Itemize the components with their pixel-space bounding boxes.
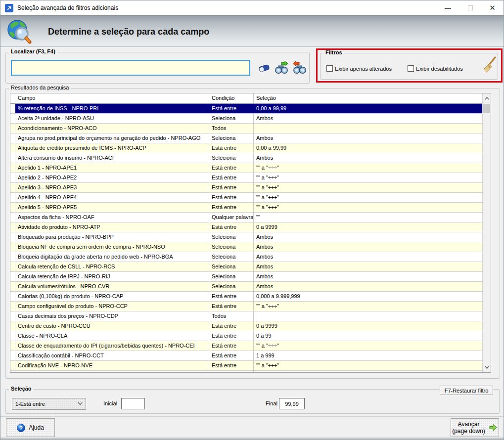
cell-campo: Apelido 3 - NPRO-APE3 [15,183,209,192]
cell-cond: Está entre [209,222,254,232]
resultados-label: Resultados da pesquisa [9,85,71,90]
cell-sel: Ambos [254,272,482,281]
column-header-condicao[interactable]: Condição [209,93,254,103]
column-header-selecao[interactable]: Seleção [254,93,482,103]
table-row[interactable]: Bloqueia digitação da grade aberta no pe… [10,252,482,262]
cell-sel: "" a "÷÷÷" [254,193,482,202]
inicial-label: Inicial [103,400,117,406]
vertical-scrollbar[interactable] [482,93,491,372]
inicial-input[interactable] [121,398,145,409]
find-previous-button[interactable] [292,61,306,75]
table-row[interactable]: Bloqueia NF de compra sem ordem de compr… [10,242,482,252]
scrollbar-up-button[interactable] [483,94,491,103]
table-row[interactable]: Bloqueado para produção - NPRO-BPPSeleci… [10,232,482,242]
search-input[interactable] [11,60,250,76]
table-row[interactable]: Apelido 5 - NPRO-APE5Está entre"" a "÷÷÷… [10,203,482,213]
cell-sel: 0 a 99 [254,331,482,341]
clear-button[interactable] [257,61,271,75]
row-marker [10,163,15,173]
row-marker [10,311,15,321]
table-row[interactable]: Apelido 3 - NPRO-APE3Está entre"" a "÷÷÷… [10,183,482,193]
checkbox-exibir-desabilitados[interactable]: Exibir desabilitados [408,65,463,72]
cell-cond: Seleciona [209,282,254,291]
page-title: Determine a seleção para cada campo [48,16,209,47]
header-banner: Determine a seleção para cada campo [0,15,504,47]
help-icon: ? [17,424,25,432]
filtros-groupbox: Filtros Exibir apenas alterados Exibir d… [320,53,498,80]
cell-sel: 0 a 9999999 [254,371,482,373]
row-marker [10,341,15,351]
cell-sel: 0,00 a 99,99 [254,104,482,113]
next-button[interactable]: Avançar (page down) [451,418,499,437]
column-header-campo[interactable]: Campo [15,93,209,103]
table-row[interactable]: Calcula retenção de CSLL - NPRO-RCSSelec… [10,262,482,272]
maximize-button[interactable] [459,0,481,15]
filtros-label: Filtros [323,49,344,55]
row-marker [10,302,15,311]
table-row[interactable]: Classificação contábil - NPRO-CCTEstá en… [10,351,482,361]
table-row[interactable]: Apelido 2 - NPRO-APE2Está entre"" a "÷÷÷… [10,173,482,183]
checkbox-exibir-alterados[interactable]: Exibir apenas alterados [326,65,392,72]
table-row[interactable]: % retenção de INSS - NPRO-PRIEstá entre0… [10,104,482,114]
final-input[interactable]: 99,99 [279,398,305,409]
cell-sel: 1 a 999 [254,351,482,360]
table-row[interactable]: Classe de enquadramento do IPI (cigarros… [10,341,482,351]
checkbox-icon[interactable] [326,65,333,72]
table-row[interactable]: Centro de custo - NPRO-CCUEstá entre0 a … [10,321,482,331]
row-marker [10,213,15,222]
table-row[interactable]: Alíquota de crédito presumido de ICMS - … [10,143,482,153]
table-row[interactable]: Apelido 4 - NPRO-APE4Está entre"" a "÷÷÷… [10,193,482,203]
table-row[interactable]: Calcula volumes/rótulos - NPRO-CVRSeleci… [10,282,482,292]
cell-cond: Está entre [209,371,254,373]
table-row[interactable]: Codificação NVE - NPRO-NVEEstá entre"" a… [10,361,482,371]
cell-campo: Alíquota de crédito presumido de ICMS - … [15,143,209,153]
table-row[interactable]: Aspectos da ficha - NPRO-OAFQualquer pal… [10,213,482,222]
row-marker [10,252,15,262]
table-row[interactable]: Apelido 1 - NPRO-APE1Está entre"" a "÷÷÷… [10,163,482,173]
restore-filter-button[interactable]: F7-Restaurar filtro [440,386,493,395]
table-row[interactable]: Casas decimais dos preços - NPRO-CDPTodo… [10,311,482,321]
cell-campo: Classificação contábil - NPRO-CCT [15,351,209,360]
condition-dropdown[interactable]: 1-Está entre [12,398,86,410]
row-marker [10,371,15,373]
cell-campo: Código CEST - NPRO-CES [15,371,209,373]
cell-sel: Ambos [254,153,482,163]
table-row[interactable]: Agrupa no prod.principal do orçamento na… [10,133,482,143]
cell-cond: Está entre [209,173,254,182]
cell-campo: Codificação NVE - NPRO-NVE [15,361,209,370]
cell-cond: Está entre [209,302,254,311]
cell-campo: Calcula retenção de IRPJ - NPRO-RIJ [15,272,209,281]
scrollbar-thumb[interactable] [483,104,490,113]
table-row[interactable]: Calorias (0,100kg) do produto - NPRO-CAP… [10,292,482,302]
table-row[interactable]: Código CEST - NPRO-CESEstá entre0 a 9999… [10,371,482,373]
help-button[interactable]: ? Ajuda [6,418,55,437]
find-next-button[interactable] [275,61,288,75]
checkbox-icon[interactable] [408,65,414,72]
table-row[interactable]: Acondicionamento - NPRO-ACOTodos [10,124,482,133]
row-marker [10,124,15,133]
binoculars-next-icon [275,61,288,74]
cell-sel: Ambos [254,232,482,242]
cell-sel: 0,000 a 9.999,999 [254,292,482,301]
header-marker [10,93,15,103]
arrow-up-right-icon [6,5,12,11]
table-row[interactable]: Aceita 2ª unidade - NPRO-ASUSelecionaAmb… [10,114,482,124]
table-row[interactable]: Classe - NPRO-CLAEstá entre0 a 99 [10,331,482,341]
close-button[interactable]: ✕ [481,0,504,15]
table-row[interactable]: Atividade do produto - NPRO-ATPEstá entr… [10,222,482,232]
cell-campo: Campo configurável do produto - NPRO-CCP [15,302,209,311]
clean-filters-button[interactable] [482,56,498,76]
binoculars-previous-icon [292,61,306,74]
cell-cond: Está entre [209,183,254,192]
scrollbar-down-button[interactable] [483,363,491,372]
table-row[interactable]: Campo configurável do produto - NPRO-CCP… [10,302,482,311]
cell-cond: Está entre [209,143,254,153]
table-row[interactable]: Altera consumo do insumo - NPRO-ACISelec… [10,153,482,163]
minimize-button[interactable]: — [437,0,459,15]
row-marker [10,242,15,252]
row-marker [10,331,15,341]
row-marker [10,143,15,153]
cell-cond: Está entre [209,292,254,301]
table-row[interactable]: Calcula retenção de IRPJ - NPRO-RIJSelec… [10,272,482,282]
cell-cond: Seleciona [209,153,254,163]
